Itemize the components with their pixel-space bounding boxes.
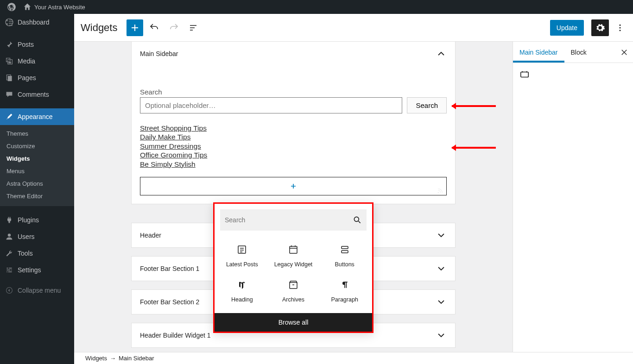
widget-area-title: Header xyxy=(140,232,161,239)
list-view-button[interactable] xyxy=(185,19,202,36)
latest-posts-icon xyxy=(236,244,247,256)
home-icon xyxy=(23,3,32,11)
block-latest-posts[interactable]: Latest Posts xyxy=(216,238,268,273)
widget-area-main-sidebar: Main Sidebar Search Search xyxy=(131,42,456,204)
search-submit-button[interactable]: Search xyxy=(407,97,447,113)
menu-comments[interactable]: Comments xyxy=(0,86,74,103)
widget-area-title: Footer Bar Section 1 xyxy=(140,265,199,272)
svg-rect-2 xyxy=(8,76,12,81)
block-appender[interactable] xyxy=(140,177,447,195)
editor-canvas[interactable]: Main Sidebar Search Search xyxy=(74,42,513,364)
menu-label: Appearance xyxy=(18,113,53,120)
settings-sidebar: Main Sidebar Block xyxy=(513,42,633,364)
archives-icon xyxy=(288,279,299,291)
block-breadcrumb: Widgets → Main Sidebar xyxy=(74,352,633,364)
wordpress-icon xyxy=(7,3,16,11)
search-input[interactable] xyxy=(140,97,402,113)
post-link[interactable]: Street Shopping Tips xyxy=(140,124,447,132)
chevron-down-icon xyxy=(436,230,447,241)
post-link[interactable]: Be Simply Stylish xyxy=(140,160,447,169)
legacy-widget-icon xyxy=(288,244,299,256)
inspector-tabs: Main Sidebar Block xyxy=(513,42,633,63)
inserter-toggle[interactable] xyxy=(127,19,143,36)
widget-area-title: Footer Bar Section 2 xyxy=(140,298,199,306)
menu-dashboard[interactable]: Dashboard xyxy=(0,14,74,31)
brush-icon xyxy=(5,112,14,121)
menu-label: Tools xyxy=(18,250,33,257)
svg-rect-11 xyxy=(290,246,297,253)
svg-point-5 xyxy=(620,24,621,25)
wp-admin-bar: Your Astra Website xyxy=(0,0,633,14)
menu-appearance[interactable]: Appearance xyxy=(0,108,74,125)
undo-button[interactable] xyxy=(146,19,163,36)
menu-plugins[interactable]: Plugins xyxy=(0,212,74,228)
editor-header: Widgets Update xyxy=(74,14,633,42)
menu-media[interactable]: Media xyxy=(0,53,74,69)
settings-button[interactable] xyxy=(591,19,609,36)
post-link[interactable]: Office Grooming Tips xyxy=(140,151,447,159)
chevron-up-icon xyxy=(436,48,447,59)
block-label: Heading xyxy=(231,296,253,303)
browse-all-button[interactable]: Browse all xyxy=(215,313,372,332)
sub-widgets[interactable]: Widgets xyxy=(0,152,74,165)
user-icon xyxy=(5,232,14,241)
more-button[interactable] xyxy=(614,19,627,36)
collapse-icon xyxy=(5,286,14,295)
post-link[interactable]: Daily Make Tips xyxy=(140,132,447,141)
block-heading[interactable]: Heading xyxy=(216,273,268,308)
sliders-icon xyxy=(5,265,14,275)
inserter-search-input[interactable] xyxy=(225,216,353,224)
widget-area-title: Main Sidebar xyxy=(140,50,178,57)
submenu-appearance: Themes Customize Widgets Menus Astra Opt… xyxy=(0,125,74,206)
sub-astra-options[interactable]: Astra Options xyxy=(0,177,74,190)
block-archives[interactable]: Archives xyxy=(268,273,319,308)
menu-pages[interactable]: Pages xyxy=(0,69,74,86)
svg-point-8 xyxy=(438,192,439,193)
collapse-menu[interactable]: Collapse menu xyxy=(0,282,74,299)
search-icon xyxy=(353,215,362,225)
annotation-arrow xyxy=(452,105,496,107)
post-link[interactable]: Summer Dressings xyxy=(140,142,447,151)
close-inspector-button[interactable] xyxy=(615,48,633,56)
svg-rect-13 xyxy=(342,251,348,253)
wp-logo[interactable] xyxy=(4,3,19,11)
latest-posts-widget: Street Shopping Tips Daily Make Tips Sum… xyxy=(140,124,447,169)
menu-label: Dashboard xyxy=(18,19,50,26)
sub-themes[interactable]: Themes xyxy=(0,127,74,140)
admin-menu: Dashboard Posts Media Pages Comments xyxy=(0,14,74,364)
breadcrumb-current[interactable]: Main Sidebar xyxy=(119,355,154,362)
redo-button[interactable] xyxy=(165,19,182,36)
widget-area-header[interactable]: Main Sidebar xyxy=(132,42,455,66)
menu-posts[interactable]: Posts xyxy=(0,36,74,53)
media-icon xyxy=(5,56,14,66)
menu-settings[interactable]: Settings xyxy=(0,262,74,278)
menu-tools[interactable]: Tools xyxy=(0,245,74,262)
widget-area-title: Header Builder Widget 1 xyxy=(140,332,211,339)
sub-theme-editor[interactable]: Theme Editor xyxy=(0,190,74,202)
tab-block[interactable]: Block xyxy=(564,42,593,63)
site-link[interactable]: Your Astra Website xyxy=(19,3,89,11)
menu-users[interactable]: Users xyxy=(0,228,74,245)
block-buttons[interactable]: Buttons xyxy=(319,238,370,273)
block-legacy-widget[interactable]: Legacy Widget xyxy=(268,238,319,273)
sub-customize[interactable]: Customize xyxy=(0,140,74,152)
menu-label: Comments xyxy=(18,91,49,98)
update-button[interactable]: Update xyxy=(550,20,584,36)
svg-point-7 xyxy=(620,30,621,31)
sub-menus[interactable]: Menus xyxy=(0,165,74,177)
plug-icon xyxy=(5,215,14,225)
block-label: Legacy Widget xyxy=(274,261,313,268)
buttons-icon xyxy=(339,244,350,256)
breadcrumb-root[interactable]: Widgets xyxy=(85,355,107,362)
comments-icon xyxy=(5,90,14,99)
menu-label: Users xyxy=(18,233,35,240)
svg-point-9 xyxy=(354,217,359,221)
inserter-grid: Latest Posts Legacy Widget Buttons xyxy=(215,236,372,313)
breadcrumb-separator: → xyxy=(110,355,116,362)
paragraph-icon xyxy=(340,279,349,291)
search-widget-label: Search xyxy=(140,88,447,96)
menu-label: Settings xyxy=(18,266,41,274)
block-paragraph[interactable]: Paragraph xyxy=(319,273,370,308)
tab-widget-area[interactable]: Main Sidebar xyxy=(513,42,564,63)
inserter-search xyxy=(220,209,367,231)
